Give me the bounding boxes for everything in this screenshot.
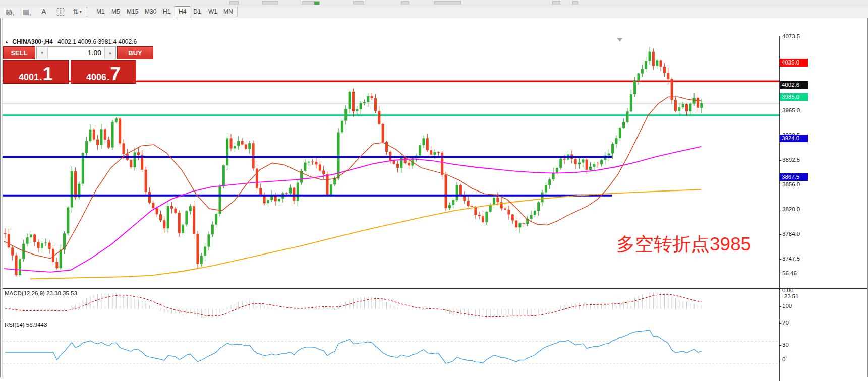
indicator-tick-label: 70	[782, 320, 789, 326]
chart-shift-marker	[617, 38, 622, 42]
price-tick-label: 3820.0	[782, 206, 813, 212]
pane-divider[interactable]	[0, 287, 868, 287]
text-box-icon[interactable]: T	[54, 6, 67, 17]
sell-price-sep: .	[39, 72, 42, 82]
price-badge: 3985.0	[780, 93, 808, 101]
one-click-trading-widget: SELL ▼ 1.00 ▲ BUY 4001 . 1 4006 . 7	[3, 46, 153, 84]
clipped-button	[434, 1, 461, 5]
arrange-objects-icon[interactable]: ⇅▾	[71, 6, 84, 17]
macd-label: MACD(12,26,9) 23.38 35.53	[5, 290, 77, 296]
indicator-tick-label: 0	[782, 356, 785, 362]
equidistant-channel-icon[interactable]: ▨E	[4, 6, 17, 17]
toolbar-separator	[237, 7, 238, 17]
sell-price-pip: 1	[43, 67, 53, 82]
timeframe-h1[interactable]: H1	[159, 6, 174, 17]
price-tick-label: 3784.0	[782, 231, 813, 237]
timeframe-m30[interactable]: M30	[141, 6, 160, 17]
timeframe-m15[interactable]: M15	[123, 6, 142, 17]
pane-divider[interactable]	[0, 320, 868, 320]
price-tick-label: 4073.5	[782, 33, 813, 39]
price-badge: 3924.0	[780, 135, 808, 142]
timeframe-w1[interactable]: W1	[205, 6, 221, 17]
volume-spinner: ▼ 1.00 ▲	[36, 46, 116, 59]
symbol-header: ▲ CHINA300-,H4 4002.1 4009.6 3981.4 4002…	[5, 38, 137, 45]
clipped-toolbar-row	[0, 0, 868, 5]
price-badge: 4002.6	[780, 81, 808, 89]
price-tick-label: 3747.5	[782, 256, 813, 262]
window-edge	[0, 18, 3, 377]
buy-price-main: 4006	[86, 73, 106, 82]
buy-button[interactable]: BUY	[117, 46, 153, 59]
ohlc-readout: 4002.1 4009.6 3981.4 4002.6	[57, 38, 137, 45]
chart-window: ▲ CHINA300-,H4 4002.1 4009.6 3981.4 4002…	[0, 18, 868, 381]
volume-input[interactable]: 1.00	[48, 47, 104, 59]
clipped-button	[262, 1, 278, 5]
clipped-button-green	[314, 1, 320, 5]
timeframe-mn[interactable]: MN	[220, 6, 237, 17]
symbol-label: CHINA300-,H4	[12, 38, 53, 45]
buy-price-sep: .	[107, 72, 110, 82]
indicator-tick-label: -23.51	[782, 293, 799, 299]
price-badge: 3867.5	[780, 173, 808, 181]
macd-pane	[0, 289, 868, 320]
clipped-button	[552, 1, 560, 5]
price-badge: 4035.0	[780, 59, 808, 67]
timeframe-m1[interactable]: M1	[93, 6, 108, 17]
timeframe-m5[interactable]: M5	[108, 6, 124, 17]
clipped-button	[572, 1, 578, 5]
timeframe-d1[interactable]: D1	[190, 6, 204, 17]
clipped-button	[229, 1, 239, 5]
clipped-button	[353, 1, 364, 5]
indicator-tick-label: 56.46	[782, 270, 797, 276]
sell-button[interactable]: SELL	[3, 46, 35, 59]
fibonacci-tool-icon[interactable]: ▦F	[21, 6, 34, 17]
price-tick-label: 3892.5	[782, 157, 813, 163]
buy-price-pip: 7	[110, 67, 121, 82]
indicator-tick-label: 30	[782, 342, 789, 348]
pane-divider[interactable]	[0, 319, 868, 319]
volume-decrease-icon[interactable]: ▼	[37, 47, 48, 59]
buy-price[interactable]: 4006 . 7	[71, 60, 136, 84]
pane-divider[interactable]	[0, 288, 868, 289]
sell-price[interactable]: 4001 . 1	[3, 60, 69, 84]
volume-increase-icon[interactable]: ▲	[104, 47, 115, 59]
clipped-button	[401, 1, 409, 5]
collapse-icon[interactable]: ▲	[5, 40, 9, 44]
axis-border	[779, 36, 780, 381]
sell-price-main: 4001	[19, 73, 39, 82]
annotation-text: 多空转折点3985	[616, 233, 751, 256]
toolbar-separator	[87, 7, 88, 17]
text-label-icon[interactable]: A	[37, 6, 50, 17]
price-tick-label: 3965.0	[782, 107, 813, 113]
rsi-pane	[0, 320, 868, 381]
timeframe-h4[interactable]: H4	[175, 6, 190, 18]
rsi-label: RSI(14) 56.9443	[5, 322, 47, 328]
price-tick-label: 3856.0	[782, 181, 813, 187]
indicator-tick-label: 100	[782, 303, 792, 309]
main-toolbar: ▨E▦FAT⇅▾ M1M5M15M30H1H4D1W1MN	[0, 5, 868, 19]
